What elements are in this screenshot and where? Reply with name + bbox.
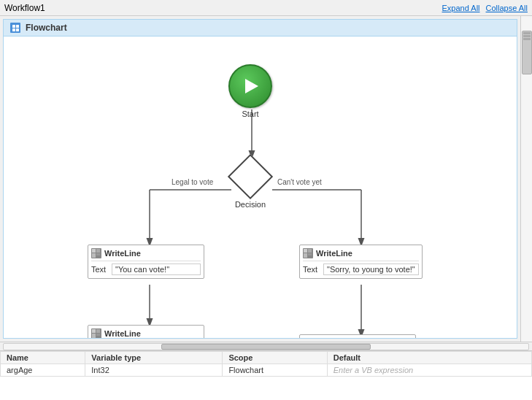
- svg-rect-23: [92, 329, 96, 333]
- svg-rect-14: [96, 249, 100, 253]
- table-row: argAge Int32 Flowchart Enter a VB expres…: [1, 364, 532, 377]
- writeline-right-title: WriteLine: [316, 249, 352, 258]
- horizontal-scrollbar[interactable]: [0, 342, 532, 351]
- svg-rect-25: [92, 334, 96, 338]
- writeline-left-node[interactable]: WriteLine Text "You can vote!": [88, 245, 204, 279]
- svg-rect-21: [308, 253, 312, 255]
- flowchart-content: Start Decision Legal to vote Can't vote …: [4, 36, 517, 339]
- terminate-node[interactable]: TerminateWorkflow: [299, 334, 416, 339]
- decision-label: Decision: [235, 200, 266, 209]
- writeline-right-node[interactable]: WriteLine Text "Sorry, to young to vote!…: [299, 245, 423, 279]
- writeline-left-title: WriteLine: [104, 249, 141, 258]
- decision-diamond-container: [228, 155, 272, 199]
- start-circle[interactable]: [228, 64, 272, 108]
- start-node[interactable]: Start: [228, 64, 272, 118]
- svg-rect-15: [92, 253, 96, 258]
- scrollbar-grip-3: [523, 38, 531, 40]
- workflow-title: Workflow1: [4, 3, 45, 13]
- flowchart-icon: [9, 22, 21, 34]
- svg-rect-19: [308, 249, 312, 253]
- play-icon: [245, 79, 258, 93]
- vertical-scrollbar[interactable]: [520, 16, 532, 342]
- row-variable-type: Int32: [85, 364, 223, 377]
- flowchart-canvas[interactable]: Flowchart: [3, 19, 517, 339]
- row-default[interactable]: Enter a VB expression: [327, 364, 531, 377]
- writeline-bottom-title: WriteLine: [104, 329, 141, 338]
- bottom-section: Name Variable type Scope Default argAge …: [0, 342, 532, 400]
- canvas-header: Flowchart: [4, 20, 517, 36]
- title-bar: Workflow1 Expand All Collapse All: [0, 0, 532, 16]
- title-bar-actions: Expand All Collapse All: [442, 4, 528, 12]
- terminate-icon: [306, 338, 319, 339]
- col-name: Name: [1, 352, 85, 364]
- canvas-title: Flowchart: [26, 23, 67, 33]
- scrollbar-grip-1: [523, 32, 531, 34]
- writeline-right-header: WriteLine: [303, 248, 419, 261]
- row-scope: Flowchart: [223, 364, 327, 377]
- writeline-left-icon: [91, 248, 101, 258]
- scrollbar-grip-2: [523, 35, 531, 37]
- svg-rect-13: [92, 249, 96, 253]
- writeline-bottom-box[interactable]: WriteLine Text "Thanks for voting!": [88, 325, 204, 339]
- writeline-bottom-header: WriteLine: [91, 328, 201, 339]
- h-scrollbar-thumb[interactable]: [161, 344, 371, 350]
- svg-rect-3: [12, 28, 15, 31]
- terminate-box[interactable]: TerminateWorkflow: [299, 334, 416, 339]
- expand-all-button[interactable]: Expand All: [442, 4, 480, 12]
- decision-node[interactable]: Decision: [228, 155, 272, 209]
- writeline-right-icon: [303, 248, 313, 258]
- left-branch-label: Legal to vote: [171, 178, 213, 186]
- col-scope: Scope: [223, 352, 327, 364]
- writeline-left-text-value[interactable]: "You can vote!": [112, 264, 201, 275]
- variables-header-row: Name Variable type Scope Default: [1, 352, 532, 364]
- variables-table: Name Variable type Scope Default argAge …: [0, 351, 532, 377]
- svg-rect-24: [96, 329, 100, 333]
- svg-rect-20: [304, 253, 307, 258]
- svg-rect-16: [96, 253, 100, 255]
- writeline-right-text-value[interactable]: "Sorry, to young to vote!": [323, 264, 419, 275]
- writeline-left-text-label: Text: [91, 265, 109, 274]
- svg-rect-4: [16, 28, 19, 31]
- writeline-bottom-icon: [91, 328, 101, 339]
- start-label: Start: [242, 109, 258, 118]
- scrollbar-thumb[interactable]: [522, 31, 532, 74]
- writeline-left-header: WriteLine: [91, 248, 201, 261]
- svg-rect-1: [12, 25, 15, 28]
- svg-rect-18: [304, 249, 307, 253]
- svg-rect-26: [96, 334, 100, 336]
- main-area: Flowchart: [0, 16, 532, 342]
- collapse-all-button[interactable]: Collapse All: [486, 4, 528, 12]
- writeline-left-row: Text "You can vote!": [91, 264, 201, 275]
- row-name: argAge: [1, 364, 85, 377]
- h-scrollbar-track[interactable]: [3, 343, 529, 350]
- writeline-left-box[interactable]: WriteLine Text "You can vote!": [88, 245, 204, 279]
- svg-rect-0: [10, 23, 20, 33]
- writeline-right-text-label: Text: [303, 265, 320, 274]
- writeline-right-row: Text "Sorry, to young to vote!": [303, 264, 419, 275]
- svg-rect-2: [16, 25, 19, 28]
- writeline-right-box[interactable]: WriteLine Text "Sorry, to young to vote!…: [299, 245, 423, 279]
- col-default: Default: [327, 352, 531, 364]
- decision-diamond: [228, 154, 273, 199]
- writeline-bottom-node[interactable]: WriteLine Text "Thanks for voting!": [88, 325, 204, 339]
- col-variable-type: Variable type: [85, 352, 223, 364]
- right-branch-label: Can't vote yet: [277, 178, 322, 186]
